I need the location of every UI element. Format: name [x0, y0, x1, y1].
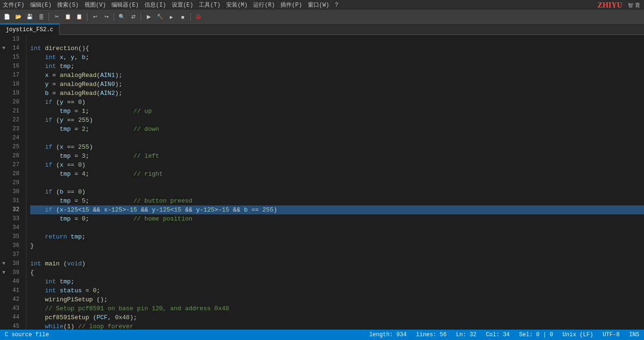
- line-num-39: 39: [8, 268, 22, 277]
- stop-btn[interactable]: ■: [178, 12, 188, 22]
- cut-btn[interactable]: ✂: [51, 12, 62, 22]
- code-line-44[interactable]: pcf8591Setup (PCF, 0x48);: [30, 313, 644, 322]
- fold-icon-41: [0, 286, 8, 295]
- line-num-41: 41: [8, 286, 22, 295]
- line-num-19: 19: [8, 89, 22, 98]
- line-num-38: 38: [8, 259, 22, 268]
- code-line-41[interactable]: int status = 0;: [30, 286, 644, 295]
- replace-btn[interactable]: ⇄: [128, 12, 138, 22]
- code-line-13[interactable]: [30, 35, 644, 44]
- line-num-24: 24: [8, 134, 22, 143]
- code-line-35[interactable]: return tmp;: [30, 232, 644, 241]
- menu-window[interactable]: 窗口(W): [308, 1, 330, 9]
- fold-icon-42: [0, 295, 8, 304]
- line-num-32: 32: [8, 205, 22, 214]
- code-line-15[interactable]: int x, y, b;: [30, 53, 644, 62]
- run-btn[interactable]: ►: [166, 12, 177, 22]
- code-line-39[interactable]: {: [30, 268, 644, 277]
- line-num-40: 40: [8, 277, 22, 286]
- fold-icon-24: [0, 134, 8, 143]
- menu-file[interactable]: 文件(F): [3, 1, 25, 9]
- menu-tools[interactable]: 工具(T): [199, 1, 220, 9]
- code-line-38[interactable]: int main (void): [30, 259, 644, 268]
- toolbar-sep4: [141, 13, 141, 21]
- menu-search[interactable]: 搜索(S): [57, 1, 79, 9]
- undo-btn[interactable]: ↩: [90, 12, 100, 22]
- line-num-18: 18: [8, 80, 22, 89]
- fold-area: ▼▼▼: [0, 35, 8, 330]
- code-area[interactable]: int direction(){ int x, y, b; int tmp; x…: [26, 35, 644, 330]
- paste-btn[interactable]: 📋: [74, 12, 85, 22]
- code-line-17[interactable]: x = analogRead(AIN1);: [30, 71, 644, 80]
- code-line-43[interactable]: // Setup pcf8591 on base pin 120, and ad…: [30, 304, 644, 313]
- fold-icon-29: [0, 178, 8, 187]
- fold-icon-25: [0, 143, 8, 152]
- menu-settings[interactable]: 设置(E): [172, 1, 194, 9]
- menu-view[interactable]: 视图(V): [85, 1, 106, 9]
- line-num-37: 37: [8, 250, 22, 259]
- line-num-28: 28: [8, 170, 22, 178]
- status-length: length: 934: [369, 332, 407, 338]
- compile-btn[interactable]: ▶: [144, 12, 154, 22]
- find-btn[interactable]: 🔍: [117, 12, 127, 22]
- menu-editor[interactable]: 编辑器(E): [111, 1, 139, 9]
- line-num-25: 25: [8, 143, 22, 152]
- new-btn[interactable]: 📄: [2, 12, 12, 22]
- code-line-45[interactable]: while(1) // loop forever: [30, 322, 644, 330]
- line-numbers: 1314151617181920212223242526272829303132…: [8, 35, 26, 330]
- code-line-37[interactable]: [30, 250, 644, 259]
- code-line-28[interactable]: tmp = 4; // right: [30, 170, 644, 178]
- code-line-32[interactable]: if (x-125<15 && x-125>-15 && y-125<15 &&…: [30, 205, 644, 214]
- build-btn[interactable]: 🔨: [155, 12, 165, 22]
- code-line-22[interactable]: if (y == 255): [30, 116, 644, 125]
- tab-joystick[interactable]: joystick_FS2.c: [0, 24, 59, 35]
- code-line-18[interactable]: y = analogRead(AIN0);: [30, 80, 644, 89]
- line-num-36: 36: [8, 241, 22, 250]
- menu-run[interactable]: 运行(R): [253, 1, 275, 9]
- fold-icon-28: [0, 170, 8, 178]
- redo-btn[interactable]: ↪: [101, 12, 111, 22]
- code-line-27[interactable]: if (x == 0): [30, 161, 644, 170]
- code-line-14[interactable]: int direction(){: [30, 44, 644, 53]
- line-num-26: 26: [8, 152, 22, 161]
- code-line-19[interactable]: b = analogRead(AIN2);: [30, 89, 644, 98]
- fold-icon-36: [0, 241, 8, 250]
- code-line-34[interactable]: [30, 223, 644, 232]
- code-line-23[interactable]: tmp = 2; // down: [30, 125, 644, 134]
- menu-edit[interactable]: 编辑(E): [30, 1, 52, 9]
- line-num-23: 23: [8, 125, 22, 134]
- code-line-16[interactable]: int tmp;: [30, 62, 644, 71]
- code-line-31[interactable]: tmp = 5; // button preesd: [30, 196, 644, 205]
- code-line-29[interactable]: [30, 178, 644, 187]
- copy-btn[interactable]: 📋: [63, 12, 73, 22]
- code-line-33[interactable]: tmp = 0; // home position: [30, 214, 644, 223]
- code-line-42[interactable]: wiringPiSetup ();: [30, 295, 644, 304]
- debug-btn[interactable]: 🐞: [193, 12, 203, 22]
- status-col: Col: 34: [486, 332, 509, 338]
- menu-install[interactable]: 安装(M): [226, 1, 248, 9]
- code-line-21[interactable]: tmp = 1; // up: [30, 107, 644, 116]
- code-line-25[interactable]: if (x == 255): [30, 143, 644, 152]
- menu-help[interactable]: ?: [335, 2, 338, 8]
- code-line-26[interactable]: tmp = 3; // left: [30, 152, 644, 161]
- line-num-16: 16: [8, 62, 22, 71]
- fold-icon-15: [0, 53, 8, 62]
- menu-info[interactable]: 信息(I): [144, 1, 166, 9]
- status-ins: INS: [629, 332, 639, 338]
- save-all-btn[interactable]: 🗄: [36, 12, 46, 22]
- fold-icon-13: [0, 35, 8, 44]
- code-line-20[interactable]: if (y == 0): [30, 98, 644, 107]
- menu-plugin[interactable]: 插件(P): [280, 1, 302, 9]
- code-line-24[interactable]: [30, 134, 644, 143]
- fold-icon-17: [0, 71, 8, 80]
- tab-bar: joystick_FS2.c: [0, 24, 644, 35]
- line-num-31: 31: [8, 196, 22, 205]
- code-line-30[interactable]: if (b == 0): [30, 187, 644, 196]
- code-line-36[interactable]: }: [30, 241, 644, 250]
- open-btn[interactable]: 📂: [13, 12, 24, 22]
- line-num-44: 44: [8, 313, 22, 322]
- save-btn[interactable]: 💾: [25, 12, 35, 22]
- status-charset: UTF-8: [602, 332, 619, 338]
- code-line-40[interactable]: int tmp;: [30, 277, 644, 286]
- line-num-15: 15: [8, 53, 22, 62]
